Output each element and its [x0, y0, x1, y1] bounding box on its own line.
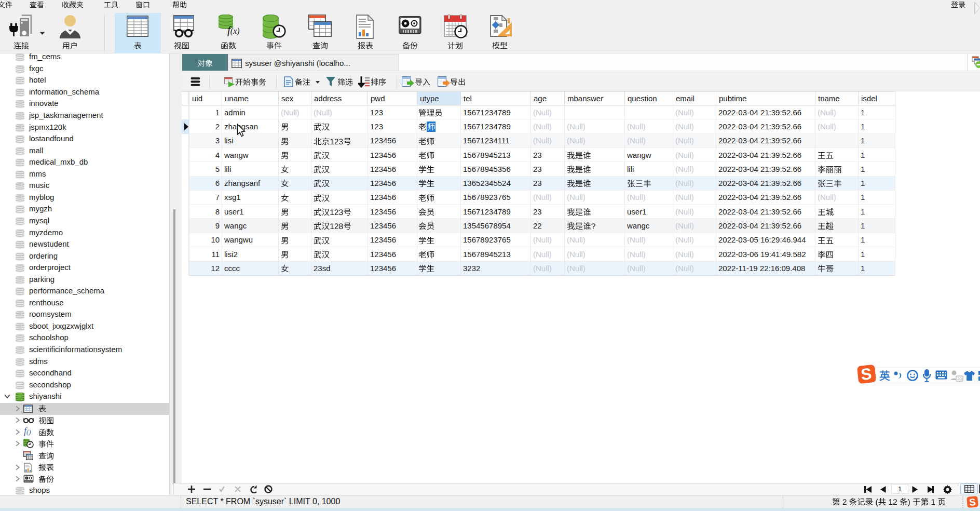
svg-text:20: 20 — [957, 376, 962, 381]
svg-text:S: S — [969, 496, 976, 508]
svg-text:S: S — [860, 365, 873, 384]
